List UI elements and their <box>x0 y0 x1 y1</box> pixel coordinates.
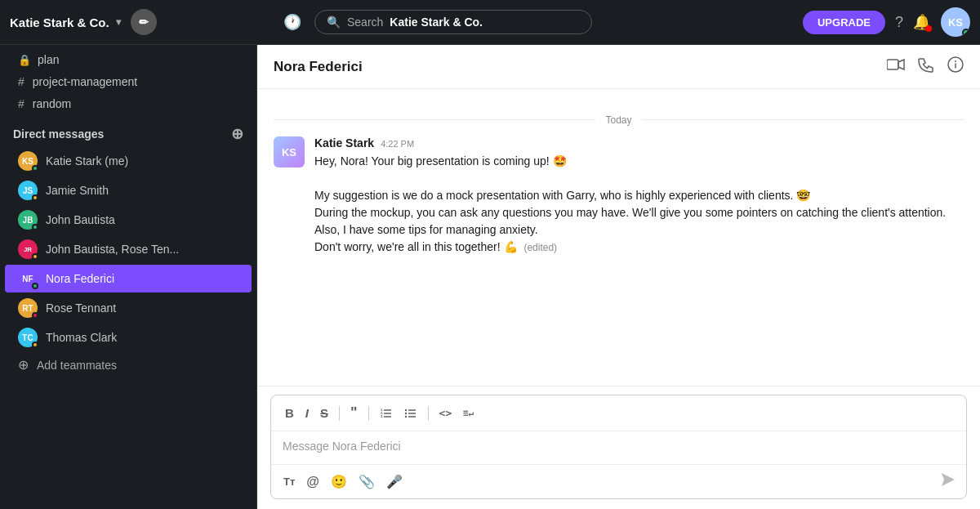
chat-area: Nora Federici Today KS <box>257 45 980 509</box>
dm-item-nora[interactable]: NF Nora Federici <box>5 265 252 292</box>
svg-rect-0 <box>887 60 898 69</box>
lock-icon: 🔒 <box>18 54 31 66</box>
dm-name-jamie: Jamie Smith <box>46 184 109 197</box>
help-button[interactable]: ? <box>895 14 903 31</box>
dm-item-john-rose[interactable]: JR John Bautista, Rose Ten... <box>5 235 252 263</box>
unordered-list-button[interactable] <box>400 404 421 422</box>
status-dot-rose <box>32 312 38 319</box>
search-workspace: Katie Stark & Co. <box>390 16 483 29</box>
toolbar-divider-2 <box>368 406 369 421</box>
channel-pm-label: project-management <box>33 75 137 88</box>
mention-button[interactable]: @ <box>304 472 322 492</box>
search-prefix: Search <box>347 16 383 29</box>
dm-item-jamie[interactable]: JS Jamie Smith <box>5 176 252 204</box>
avatar-jamie: JS <box>18 181 38 200</box>
top-header: Katie Stark & Co. ▾ ✏ 🕐 🔍 Search Katie S… <box>0 0 980 45</box>
avatar-john-rose: JR <box>18 239 38 259</box>
code-block-button[interactable]: ≡↵ <box>459 404 482 422</box>
hash-icon-2: # <box>18 97 24 110</box>
message-item: KS Katie Stark 4:22 PM Hey, Nora! Your b… <box>274 136 964 256</box>
avatar-thomas: TC <box>18 328 38 347</box>
input-box: B I S " 1.2.3. <> ≡↵ <box>270 395 967 499</box>
message-input-field[interactable]: Message Nora Federici <box>271 431 966 464</box>
dm-name-john: John Bautista <box>46 213 115 226</box>
toolbar-divider-3 <box>428 406 429 421</box>
video-call-button[interactable] <box>887 58 905 75</box>
workspace-name[interactable]: Katie Stark & Co. ▾ ✏ <box>10 9 267 35</box>
message-header: Katie Stark 4:22 PM <box>314 136 964 150</box>
chat-header: Nora Federici <box>257 45 980 89</box>
chat-header-actions <box>887 56 964 77</box>
status-dot-jamie <box>32 194 38 201</box>
main-content: 🔒 plan # project-management # random Dir… <box>0 45 980 509</box>
message-text: Hey, Nora! Your big presentation is comi… <box>314 153 964 256</box>
edited-label: (edited) <box>523 242 557 253</box>
header-right: UPGRADE ? 🔔 KS <box>803 7 970 37</box>
dm-name-katie: Katie Stark (me) <box>46 154 128 167</box>
dm-item-katie[interactable]: KS Katie Stark (me) <box>5 147 252 175</box>
sidebar-item-project-management[interactable]: # project-management <box>5 71 252 92</box>
sidebar-item-random[interactable]: # random <box>5 93 252 114</box>
search-bar[interactable]: 🔍 Search Katie Stark & Co. <box>314 10 592 34</box>
bold-button[interactable]: B <box>281 404 298 422</box>
svg-text:≡↵: ≡↵ <box>463 408 474 418</box>
code-button[interactable]: <> <box>435 404 457 422</box>
toolbar-divider-1 <box>339 406 340 421</box>
date-label: Today <box>595 114 641 126</box>
quote-button[interactable]: " <box>346 402 362 424</box>
message-content: Katie Stark 4:22 PM Hey, Nora! Your big … <box>314 136 964 256</box>
svg-marker-18 <box>942 473 955 486</box>
svg-text:3.: 3. <box>381 414 383 418</box>
dm-item-john[interactable]: JB John Bautista <box>5 206 252 234</box>
send-button[interactable] <box>940 471 956 492</box>
svg-point-4 <box>955 60 956 62</box>
add-teammates-label: Add teammates <box>37 359 117 372</box>
input-bottom-bar: Tт @ 🙂 📎 🎤 <box>271 464 966 498</box>
channels-section: 🔒 plan # project-management # random <box>0 45 256 118</box>
add-teammates-icon: ⊕ <box>18 357 29 373</box>
sidebar-item-plan[interactable]: 🔒 plan <box>5 49 252 70</box>
hash-icon: # <box>18 75 24 88</box>
dm-name-thomas: Thomas Clark <box>46 331 117 344</box>
dm-name-rose: Rose Tennant <box>46 301 116 315</box>
upgrade-button[interactable]: UPGRADE <box>803 11 885 34</box>
svg-point-16 <box>404 415 406 417</box>
add-dm-button[interactable]: ⊕ <box>231 125 243 143</box>
avatar-rose: RT <box>18 298 38 318</box>
message-avatar: KS <box>274 136 305 167</box>
notifications-button[interactable]: 🔔 <box>913 13 931 31</box>
input-placeholder: Message Nora Federici <box>283 440 401 453</box>
add-teammates-button[interactable]: ⊕ Add teammates <box>5 353 252 377</box>
input-toolbar: B I S " 1.2.3. <> ≡↵ <box>271 395 966 431</box>
search-icon: 🔍 <box>327 16 341 29</box>
message-input-area: B I S " 1.2.3. <> ≡↵ <box>257 386 980 509</box>
audio-button[interactable]: 🎤 <box>384 471 405 492</box>
info-button[interactable] <box>947 56 964 77</box>
message-sender: Katie Stark <box>314 136 374 150</box>
emoji-button[interactable]: 🙂 <box>328 471 350 492</box>
format-text-button[interactable]: Tт <box>281 473 297 490</box>
ordered-list-button[interactable]: 1.2.3. <box>376 404 397 422</box>
channel-plan-label: plan <box>38 53 59 66</box>
avatar-john: JB <box>18 210 38 230</box>
status-dot-thomas <box>32 342 38 348</box>
edit-workspace-button[interactable]: ✏ <box>131 9 157 35</box>
user-status-dot <box>962 29 970 37</box>
dm-name-nora: Nora Federici <box>46 272 114 285</box>
attach-button[interactable]: 📎 <box>356 471 377 492</box>
sidebar: 🔒 plan # project-management # random Dir… <box>0 45 257 509</box>
header-center: 🕐 🔍 Search Katie Stark & Co. <box>267 10 803 34</box>
workspace-chevron-icon: ▾ <box>116 16 121 28</box>
user-avatar[interactable]: KS <box>941 7 970 37</box>
dm-name-john-rose: John Bautista, Rose Ten... <box>46 243 179 256</box>
svg-point-15 <box>404 412 406 413</box>
history-button[interactable]: 🕐 <box>280 10 305 34</box>
italic-button[interactable]: I <box>301 404 313 422</box>
phone-call-button[interactable] <box>918 56 934 77</box>
input-bottom-left: Tт @ 🙂 📎 🎤 <box>281 471 405 492</box>
notification-dot <box>925 25 932 32</box>
dm-item-rose[interactable]: RT Rose Tennant <box>5 294 252 322</box>
strikethrough-button[interactable]: S <box>316 404 332 422</box>
dm-item-thomas[interactable]: TC Thomas Clark <box>5 324 252 351</box>
message-time: 4:22 PM <box>381 139 414 149</box>
